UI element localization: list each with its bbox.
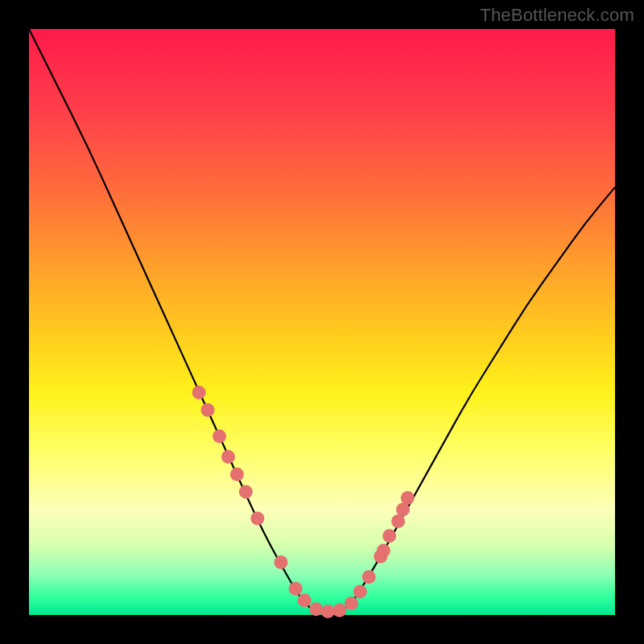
- chart-frame: TheBottleneck.com: [0, 0, 644, 644]
- data-marker: [332, 604, 346, 617]
- chart-svg: [29, 29, 615, 615]
- data-marker: [345, 597, 358, 610]
- data-marker: [250, 511, 264, 525]
- data-marker: [213, 430, 226, 444]
- data-marker: [396, 503, 410, 517]
- data-marker: [391, 514, 405, 528]
- data-marker: [201, 403, 215, 417]
- data-marker: [353, 584, 367, 598]
- data-marker: [321, 605, 335, 618]
- data-marker: [221, 450, 235, 464]
- data-marker: [382, 529, 396, 543]
- data-marker: [289, 582, 303, 596]
- plot-area: [29, 29, 615, 615]
- marker-group: [192, 386, 415, 618]
- bottleneck-curve: [29, 29, 615, 614]
- data-marker: [230, 468, 244, 481]
- data-marker: [275, 555, 288, 569]
- data-marker: [298, 593, 312, 607]
- data-marker: [377, 543, 390, 557]
- data-marker: [362, 570, 376, 584]
- data-marker: [401, 491, 415, 505]
- attribution-watermark: TheBottleneck.com: [480, 5, 634, 26]
- data-marker: [239, 485, 253, 499]
- data-marker: [309, 602, 323, 616]
- data-marker: [192, 386, 206, 399]
